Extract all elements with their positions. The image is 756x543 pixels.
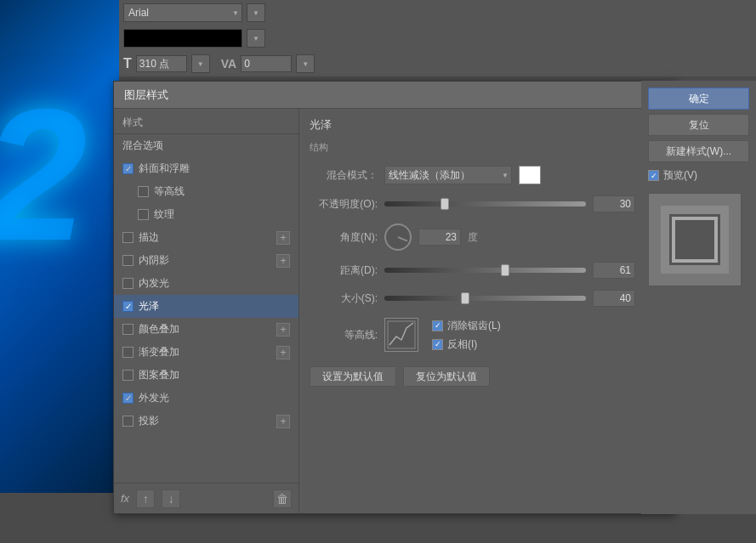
va-chevron-icon: ▼ (302, 60, 309, 68)
opacity-slider-track (384, 201, 586, 206)
dialog-title: 图层样式 (114, 82, 674, 109)
delete-style-btn[interactable]: 🗑 (273, 489, 292, 508)
gradient-overlay-add-btn[interactable]: + (276, 346, 290, 359)
opacity-slider-container[interactable] (384, 198, 586, 210)
color-input-box[interactable]: Black (123, 29, 242, 48)
contour-preview[interactable] (384, 318, 418, 352)
texture-checkbox[interactable] (138, 209, 149, 220)
confirm-btn[interactable]: 确定 (648, 88, 749, 110)
anti-alias-checkbox[interactable]: ✓ (432, 320, 443, 331)
font-select[interactable]: Arial (123, 3, 242, 22)
set-default-btn[interactable]: 设置为默认值 (310, 366, 396, 387)
outer-glow-checkbox[interactable]: ✓ (122, 393, 134, 404)
size-label: 大小(S): (310, 291, 378, 306)
style-item-texture[interactable]: 纹理 (114, 203, 298, 226)
blend-color-swatch[interactable] (519, 166, 541, 184)
move-down-btn[interactable]: ↓ (162, 489, 180, 508)
angle-input[interactable] (418, 229, 461, 246)
va-dropdown-btn[interactable]: ▼ (296, 54, 315, 73)
dialog-title-text: 图层样式 (124, 88, 168, 103)
color-overlay-checkbox[interactable] (122, 324, 134, 335)
distance-label: 距离(D): (310, 263, 378, 278)
inner-shadow-checkbox[interactable] (122, 255, 134, 266)
contour-svg (386, 320, 417, 350)
font-dropdown-btn[interactable]: ▼ (247, 3, 265, 22)
angle-unit: 度 (468, 230, 489, 245)
bevel-checkbox[interactable]: ✓ (122, 163, 134, 174)
size-row: T ▼ VA ▼ (119, 51, 756, 76)
drop-shadow-add-btn[interactable]: + (276, 415, 290, 428)
angle-label: 角度(N): (310, 230, 378, 245)
style-item-gradient-overlay[interactable]: 渐变叠加 + (114, 341, 298, 364)
size-input-field[interactable] (593, 290, 635, 307)
color-dropdown-btn[interactable]: ▼ (247, 29, 265, 48)
reset-default-btn[interactable]: 复位为默认值 (403, 366, 490, 387)
dialog-body: 样式 混合选项 ✓ 斜面和浮雕 等高线 纹理 描边 + (114, 109, 674, 513)
chevron-down-icon: ▼ (253, 9, 259, 17)
svg-rect-2 (669, 214, 720, 265)
opacity-slider-thumb[interactable] (441, 198, 449, 210)
arrow-up-icon: ↑ (143, 492, 149, 506)
contour-checkbox[interactable] (138, 186, 149, 197)
style-item-pattern-overlay[interactable]: 图案叠加 (114, 364, 298, 387)
text-size-icon: T (123, 56, 132, 71)
size-row: 大小(S): 像素 (310, 290, 663, 307)
style-item-drop-shadow[interactable]: 投影 + (114, 410, 298, 433)
blend-mode-select-wrapper[interactable]: 线性减淡（添加） (384, 166, 512, 184)
style-item-contour[interactable]: 等高线 (114, 180, 298, 203)
contour-row: 等高线: ✓ 消除锯齿(L) ✓ 反相(I) (310, 318, 663, 352)
size-slider-container[interactable] (384, 292, 586, 304)
inner-shadow-add-btn[interactable]: + (276, 254, 290, 268)
invert-row: ✓ 反相(I) (432, 337, 501, 352)
style-item-color-overlay[interactable]: 颜色叠加 + (114, 318, 298, 341)
reset-btn[interactable]: 复位 (648, 114, 749, 136)
size-slider-thumb[interactable] (461, 292, 469, 304)
mix-options-item[interactable]: 混合选项 (114, 134, 298, 157)
mix-options-label: 混合选项 (122, 139, 163, 151)
move-up-btn[interactable]: ↑ (136, 489, 155, 508)
angle-dial[interactable] (384, 223, 412, 251)
bevel-label: 斜面和浮雕 (139, 161, 190, 176)
right-panel: 光泽 结构 混合模式： 线性减淡（添加） 不透明度(O): (299, 109, 674, 513)
contour-label: 等高线: (310, 328, 378, 342)
distance-input[interactable] (593, 262, 635, 279)
inner-glow-checkbox[interactable] (122, 278, 134, 289)
bg-blue-area: 2 (0, 0, 119, 493)
drop-shadow-checkbox[interactable] (122, 416, 134, 427)
invert-checkbox[interactable]: ✓ (432, 339, 443, 350)
style-item-inner-glow[interactable]: 内发光 (114, 272, 298, 295)
style-item-stroke[interactable]: 描边 + (114, 226, 298, 249)
gradient-overlay-checkbox[interactable] (122, 347, 134, 358)
distance-slider-container[interactable] (384, 264, 586, 276)
size-dropdown-btn[interactable]: ▼ (191, 54, 210, 73)
opacity-input[interactable] (593, 195, 635, 212)
distance-slider-thumb[interactable] (501, 264, 509, 276)
outer-glow-label: 外发光 (139, 391, 169, 405)
invert-label: 反相(I) (447, 337, 477, 352)
style-item-outer-glow[interactable]: ✓ 外发光 (114, 387, 298, 410)
stroke-add-btn[interactable]: + (276, 231, 290, 245)
style-item-satin[interactable]: ✓ 光泽 (114, 295, 298, 318)
color-overlay-add-btn[interactable]: + (276, 323, 290, 337)
drop-shadow-label: 投影 (139, 414, 159, 428)
inner-glow-label: 内发光 (139, 276, 169, 291)
style-item-inner-shadow[interactable]: 内阴影 + (114, 249, 298, 272)
va-icon: VA (221, 57, 236, 71)
new-style-btn[interactable]: 新建样式(W)... (648, 140, 749, 162)
pattern-overlay-checkbox[interactable] (122, 370, 134, 381)
gradient-overlay-label: 渐变叠加 (139, 345, 179, 359)
color-chevron-icon: ▼ (253, 35, 259, 42)
style-item-bevel[interactable]: ✓ 斜面和浮雕 (114, 157, 298, 180)
left-panel-bottom: fx ↑ ↓ 🗑 (114, 483, 298, 513)
size-input[interactable] (136, 55, 187, 72)
preview-checkbox[interactable]: ✓ (648, 170, 659, 181)
blend-mode-row: 混合模式： 线性减淡（添加） (310, 166, 663, 184)
blend-mode-label: 混合模式： (310, 168, 378, 183)
satin-checkbox[interactable]: ✓ (122, 301, 134, 312)
stroke-checkbox[interactable] (122, 232, 134, 243)
preview-svg (657, 201, 733, 278)
distance-row: 距离(D): 像素 (310, 262, 663, 279)
va-input[interactable] (241, 55, 292, 72)
font-select-wrapper[interactable]: Arial (123, 3, 242, 22)
blend-mode-select[interactable]: 线性减淡（添加） (384, 166, 512, 184)
